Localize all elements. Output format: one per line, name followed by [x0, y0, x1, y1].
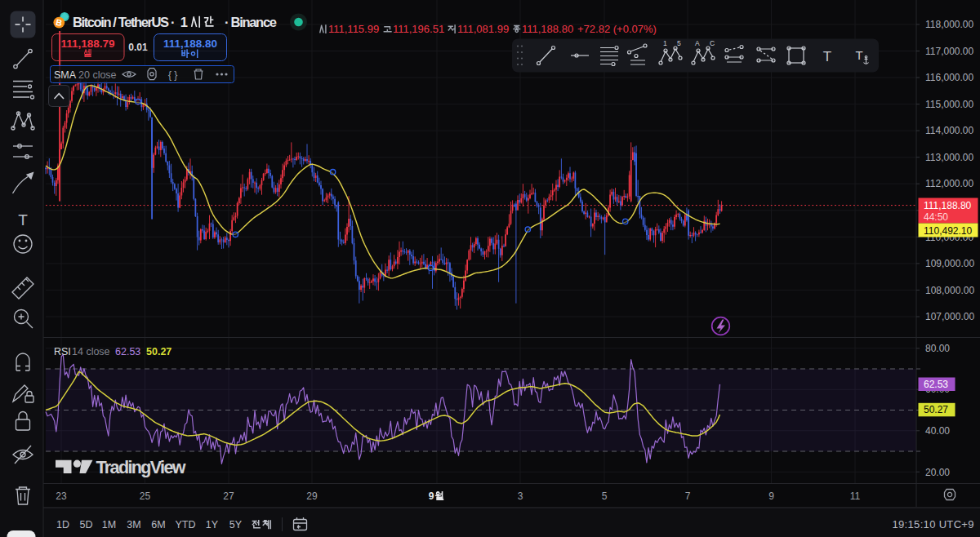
svg-text:50.27: 50.27 [146, 346, 172, 357]
svg-text:{ }: { } [168, 69, 177, 81]
svg-text:114,000.00: 114,000.00 [925, 125, 973, 136]
svg-text:44:50: 44:50 [924, 211, 948, 223]
svg-text:111,188.80: 111,188.80 [522, 23, 573, 35]
svg-text:29: 29 [306, 490, 318, 502]
svg-text:T: T [18, 211, 28, 229]
svg-text:107,000.00: 107,000.00 [925, 311, 974, 322]
svg-text:111,081.99: 111,081.99 [457, 23, 509, 35]
svg-text:Bitcoin / TetherUS: Bitcoin / TetherUS [73, 15, 169, 29]
svg-text:110,492.10: 110,492.10 [924, 225, 972, 237]
svg-text:40.00: 40.00 [925, 425, 950, 437]
svg-text:6M: 6M [151, 519, 165, 530]
svg-text:5: 5 [602, 490, 608, 502]
svg-text:50.27: 50.27 [924, 404, 948, 415]
svg-text:111,188.79: 111,188.79 [60, 38, 114, 50]
svg-text:118,000.00: 118,000.00 [925, 19, 973, 30]
svg-text:3: 3 [518, 490, 523, 502]
svg-text:111,196.51: 111,196.51 [393, 23, 444, 35]
svg-text:· Binance: · Binance [225, 15, 277, 29]
svg-text:20.00: 20.00 [925, 467, 950, 478]
svg-text:111,188.80: 111,188.80 [163, 38, 217, 50]
svg-text:7: 7 [685, 490, 691, 502]
svg-text:9: 9 [768, 490, 774, 502]
svg-text:5: 5 [677, 39, 681, 47]
svg-text:20 close: 20 close [78, 69, 117, 81]
svg-text:115,000.00: 115,000.00 [925, 99, 973, 110]
svg-text:23: 23 [56, 490, 67, 502]
svg-text:9: 9 [429, 490, 434, 502]
svg-text:· 1: · 1 [171, 15, 188, 29]
svg-text:116,000.00: 116,000.00 [925, 72, 973, 83]
svg-text:5Y: 5Y [229, 519, 243, 530]
svg-text:1: 1 [663, 39, 667, 47]
svg-text:62.53: 62.53 [924, 379, 948, 390]
svg-text:11: 11 [850, 490, 861, 502]
svg-text:SMA: SMA [54, 69, 77, 81]
svg-text:RSI: RSI [54, 346, 71, 357]
svg-text:117,000.00: 117,000.00 [925, 46, 973, 57]
svg-text:C: C [710, 39, 715, 47]
svg-text:1M: 1M [102, 519, 116, 530]
svg-text:111,188.80: 111,188.80 [924, 200, 972, 211]
svg-text:+72.82 (+0.07%): +72.82 (+0.07%) [577, 23, 657, 35]
svg-text:YTD: YTD [176, 519, 196, 530]
svg-text:27: 27 [223, 490, 234, 502]
svg-text:1D: 1D [56, 519, 69, 530]
svg-text:80.00: 80.00 [925, 343, 950, 354]
svg-text:108,000.00: 108,000.00 [925, 285, 974, 296]
svg-text:1Y: 1Y [206, 519, 219, 530]
svg-text:109,000.00: 109,000.00 [925, 258, 974, 269]
svg-text:113,000.00: 113,000.00 [925, 152, 973, 163]
svg-text:TradingView: TradingView [96, 458, 186, 477]
svg-text:3M: 3M [127, 519, 140, 530]
svg-text:A: A [695, 39, 700, 47]
svg-text:14 close: 14 close [72, 346, 110, 357]
svg-text:T: T [855, 48, 862, 62]
svg-text:62.53: 62.53 [115, 346, 140, 357]
svg-text:19:15:10 UTC+9: 19:15:10 UTC+9 [893, 518, 974, 530]
svg-text:5D: 5D [80, 519, 93, 530]
svg-text:111,115.99: 111,115.99 [328, 23, 379, 35]
svg-text:T: T [823, 49, 831, 64]
svg-text:0.01: 0.01 [128, 42, 148, 53]
svg-text:112,000.00: 112,000.00 [925, 178, 973, 189]
svg-text:25: 25 [140, 490, 151, 502]
